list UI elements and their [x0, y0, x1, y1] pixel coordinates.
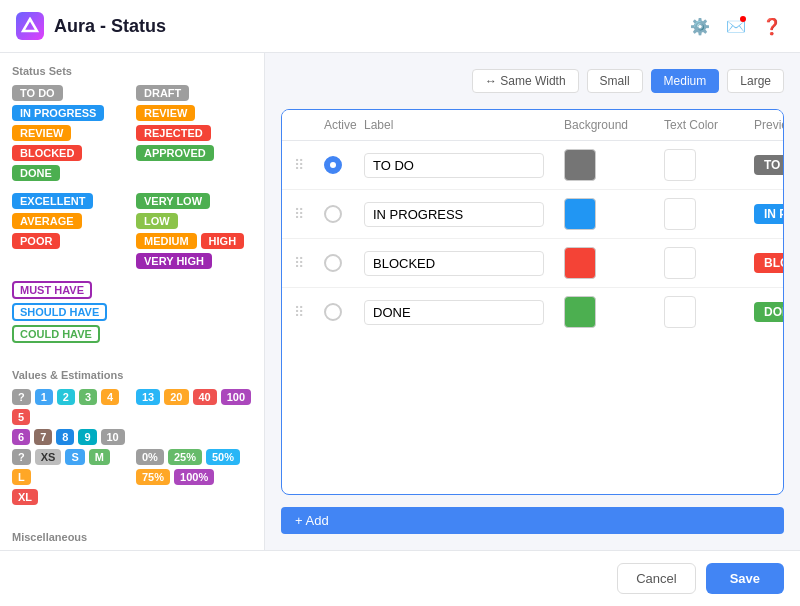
settings-icon[interactable]: ⚙️ [688, 14, 712, 38]
tag-review-2[interactable]: REVIEW [136, 105, 195, 121]
tag-rejected[interactable]: REJECTED [136, 125, 211, 141]
tag-draft[interactable]: DRAFT [136, 85, 189, 101]
large-button[interactable]: Large [727, 69, 784, 93]
label-input-4[interactable] [364, 300, 544, 325]
tag-num-8[interactable]: 8 [56, 429, 74, 445]
preview-badge-1: TO DO [754, 155, 784, 175]
tag-pct-100[interactable]: 100% [174, 469, 214, 485]
tag-q-mark[interactable]: ? [12, 389, 31, 405]
col-preview: Preview [754, 118, 784, 132]
col-label: Label [364, 118, 564, 132]
preview-cell-1: TO DO [754, 155, 784, 175]
sidebar-nums-left: ? 1 2 3 4 5 6 7 8 9 10 [12, 389, 128, 449]
add-button[interactable]: + Add [281, 507, 784, 534]
tag-num-3[interactable]: 3 [79, 389, 97, 405]
tag-blocked[interactable]: BLOCKED [12, 145, 82, 161]
drag-handle-3[interactable]: ⠿ [294, 255, 324, 271]
tag-done[interactable]: DONE [12, 165, 60, 181]
tag-num-9[interactable]: 9 [78, 429, 96, 445]
tag-row-large-nums: 13 20 40 100 [136, 389, 252, 405]
tag-average[interactable]: AVERAGE [12, 213, 82, 229]
tag-s[interactable]: S [65, 449, 84, 465]
tag-row-med-high: MEDIUM HIGH [136, 233, 252, 249]
tag-musthave[interactable]: MUST HAVE [12, 281, 92, 299]
help-icon[interactable]: ❓ [760, 14, 784, 38]
top-bar: ↔ Same Width Small Medium Large [281, 69, 784, 93]
text-color-picker-1[interactable] [664, 149, 696, 181]
tag-couldhave[interactable]: COULD HAVE [12, 325, 100, 343]
tag-num-40[interactable]: 40 [193, 389, 217, 405]
tag-pct-25[interactable]: 25% [168, 449, 202, 465]
tag-l[interactable]: L [12, 469, 31, 485]
text-color-picker-4[interactable] [664, 296, 696, 328]
tag-num-13[interactable]: 13 [136, 389, 160, 405]
tag-size-q[interactable]: ? [12, 449, 31, 465]
tag-num-20[interactable]: 20 [164, 389, 188, 405]
text-color-picker-3[interactable] [664, 247, 696, 279]
small-button[interactable]: Small [587, 69, 643, 93]
tag-xl[interactable]: XL [12, 489, 38, 505]
tag-row-done: DONE [12, 165, 128, 181]
label-input-2[interactable] [364, 202, 544, 227]
same-width-button[interactable]: ↔ Same Width [472, 69, 579, 93]
medium-button[interactable]: Medium [651, 69, 720, 93]
text-color-cell-4 [664, 296, 754, 328]
tag-row-rejected: REJECTED [136, 125, 252, 141]
active-radio-3[interactable] [324, 254, 342, 272]
tag-high[interactable]: HIGH [201, 233, 245, 249]
sidebar-sizes-left: ? XS S M L XL [12, 449, 128, 509]
drag-handle-2[interactable]: ⠿ [294, 206, 324, 222]
cancel-button[interactable]: Cancel [617, 563, 695, 594]
footer: Cancel Save [0, 550, 800, 606]
tag-row-inprogress: IN PROGRESS [12, 105, 128, 121]
header-left: Aura - Status [16, 12, 166, 40]
tag-row-sizes: ? XS S M L [12, 449, 128, 485]
tag-pct-50[interactable]: 50% [206, 449, 240, 465]
tag-inprogress[interactable]: IN PROGRESS [12, 105, 104, 121]
active-radio-2[interactable] [324, 205, 342, 223]
bg-color-picker-1[interactable] [564, 149, 596, 181]
tag-num-10[interactable]: 10 [101, 429, 125, 445]
bg-color-picker-4[interactable] [564, 296, 596, 328]
tag-num-5[interactable]: 5 [12, 409, 30, 425]
drag-handle-1[interactable]: ⠿ [294, 157, 324, 173]
tag-num-100[interactable]: 100 [221, 389, 251, 405]
col-drag [294, 118, 324, 132]
tag-veryhigh[interactable]: VERY HIGH [136, 253, 212, 269]
bg-color-cell-1 [564, 149, 664, 181]
notifications-icon[interactable]: ✉️ [724, 14, 748, 38]
tag-shouldhave[interactable]: SHOULD HAVE [12, 303, 107, 321]
tag-m[interactable]: M [89, 449, 110, 465]
tag-row-shouldhave: SHOULD HAVE [12, 303, 252, 321]
drag-handle-4[interactable]: ⠿ [294, 304, 324, 320]
tag-xs[interactable]: XS [35, 449, 62, 465]
bg-color-picker-3[interactable] [564, 247, 596, 279]
tag-poor[interactable]: POOR [12, 233, 60, 249]
tag-pct-0[interactable]: 0% [136, 449, 164, 465]
tag-todo[interactable]: TO DO [12, 85, 63, 101]
tag-num-6[interactable]: 6 [12, 429, 30, 445]
tag-review[interactable]: REVIEW [12, 125, 71, 141]
tag-num-2[interactable]: 2 [57, 389, 75, 405]
tag-num-7[interactable]: 7 [34, 429, 52, 445]
tag-row-verylow-low: VERY LOW LOW [136, 193, 252, 229]
tag-verylow[interactable]: VERY LOW [136, 193, 210, 209]
label-input-3[interactable] [364, 251, 544, 276]
tag-row-excellent: EXCELLENT [12, 193, 128, 209]
active-radio-1[interactable] [324, 156, 342, 174]
bg-color-picker-2[interactable] [564, 198, 596, 230]
label-input-1[interactable] [364, 153, 544, 178]
tag-approved[interactable]: APPROVED [136, 145, 214, 161]
active-radio-4[interactable] [324, 303, 342, 321]
text-color-picker-2[interactable] [664, 198, 696, 230]
tag-num-4[interactable]: 4 [101, 389, 119, 405]
tag-pct-75[interactable]: 75% [136, 469, 170, 485]
tag-num-1[interactable]: 1 [35, 389, 53, 405]
tag-medium-q[interactable]: MEDIUM [136, 233, 197, 249]
sidebar-quality-right: VERY LOW LOW MEDIUM HIGH VERY HIGH [136, 193, 252, 273]
tag-row-review-blocked: REVIEW BLOCKED [12, 125, 128, 161]
tag-low[interactable]: LOW [136, 213, 178, 229]
tag-excellent[interactable]: EXCELLENT [12, 193, 93, 209]
preview-badge-3: BLOCKED [754, 253, 784, 273]
save-button[interactable]: Save [706, 563, 784, 594]
